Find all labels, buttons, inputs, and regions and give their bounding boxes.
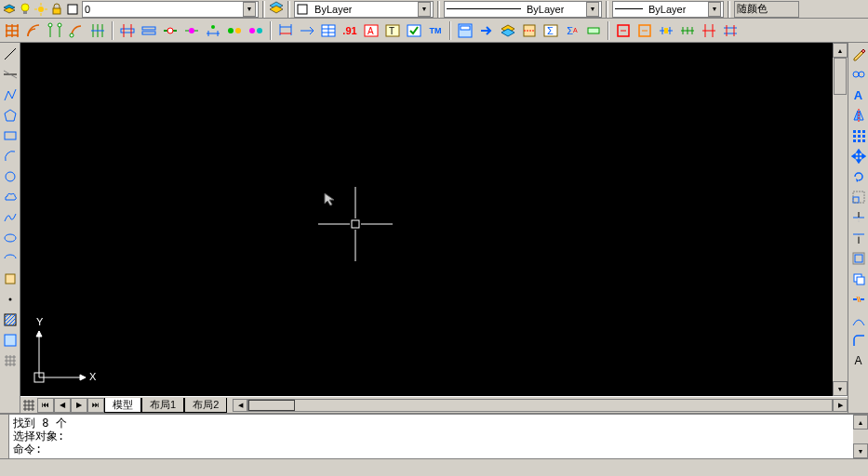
array-icon[interactable] [849,126,868,145]
tb-dim-beam-icon[interactable] [203,20,223,41]
tb-axis-net-icon[interactable] [45,20,65,41]
text-icon[interactable]: A [849,351,868,370]
rotate-icon[interactable] [849,167,868,186]
scroll-up-icon[interactable]: ▲ [833,43,848,58]
sun-icon[interactable] [33,2,48,17]
layer-manager-icon[interactable] [269,0,284,18]
hscroll-track[interactable] [247,399,833,412]
tab-next-icon[interactable]: ▶ [71,398,87,413]
spline-cmd-icon[interactable] [1,208,20,227]
polygon-icon[interactable] [1,106,20,125]
vertical-scrollbar[interactable]: ▲ ▼ [833,43,848,396]
tb-layer-stack-icon[interactable] [498,20,518,41]
tab-prev-icon[interactable]: ◀ [54,398,71,413]
tab-model[interactable]: 模型 [104,398,141,413]
break-icon[interactable] [849,290,868,309]
pline-icon[interactable] [1,86,20,104]
rect-icon[interactable] [1,126,20,145]
tab-last-icon[interactable]: ⏭ [87,398,104,413]
tb-beam-dim-icon[interactable] [720,20,741,41]
grid-small-icon[interactable] [1,351,20,370]
link-icon[interactable] [849,65,868,84]
tb-window-icon[interactable] [455,20,475,41]
tb-beam2-icon[interactable] [139,20,159,41]
cmd-grip-icon[interactable] [0,415,9,458]
tb-text-red-icon[interactable]: A [361,20,381,41]
tb-sigma-a-icon[interactable]: ΣA [562,20,582,41]
color-swatch-icon[interactable] [65,2,80,17]
mirror-icon[interactable] [849,106,868,125]
tb-sum-icon[interactable]: Σ [541,20,561,41]
lock-icon[interactable] [49,2,64,17]
lineweight-dropdown[interactable]: ByLayer ▼ [444,1,602,18]
drawing-canvas[interactable]: X Y [20,43,833,396]
tb-arrow-right-icon[interactable] [476,20,497,41]
scroll-track[interactable] [833,58,848,381]
block-icon[interactable] [1,270,20,288]
tb-wall-join-icon[interactable] [160,20,180,41]
layer-stack-icon[interactable] [2,2,17,17]
scroll-up-icon[interactable]: ▲ [853,415,868,430]
scroll-thumb[interactable] [834,58,847,95]
tb-grid-icon[interactable] [2,20,22,41]
cloud-icon[interactable] [1,188,20,206]
scroll-left-icon[interactable]: ◀ [233,399,247,412]
scroll-down-icon[interactable]: ▼ [853,443,868,458]
tb-arc-grid-icon[interactable] [23,20,44,41]
tab-layout1[interactable]: 布局1 [141,398,184,413]
tb-table-icon[interactable] [318,20,339,41]
scale-icon[interactable] [849,188,868,206]
font-icon[interactable]: A [849,86,868,104]
trim-icon[interactable] [849,208,868,227]
bulb-on-icon[interactable] [18,2,33,17]
tb-section-icon[interactable] [519,20,540,41]
tb-dim-91-icon[interactable]: .91 [340,20,360,41]
line-icon[interactable] [1,45,20,63]
plotstyle-dropdown[interactable]: ByLayer ▼ [612,1,724,18]
hatch-icon[interactable] [1,311,20,329]
tab-first-icon[interactable]: ⏮ [37,398,54,413]
horizontal-scrollbar[interactable]: ◀ ▶ [233,399,848,412]
tb-orange-frame-icon[interactable] [634,20,655,41]
pencil-icon[interactable] [849,45,868,63]
scroll-right-icon[interactable]: ▶ [833,399,848,412]
tb-arc-axis-icon[interactable] [66,20,87,41]
tb-dim-continue-icon[interactable] [297,20,317,41]
tb-rebar2-icon[interactable] [246,20,266,41]
cmd-scrollbar[interactable]: ▲ ▼ [853,415,868,458]
fillet-icon[interactable] [849,331,868,350]
tb-red-frame-icon[interactable] [613,20,634,41]
tb-dim-linear-icon[interactable] [275,20,296,41]
copy-icon[interactable] [849,270,868,288]
color-dropdown[interactable]: 随颜色 [734,1,799,18]
hscroll-thumb[interactable] [248,400,295,411]
circle-icon[interactable] [1,167,20,186]
move-icon[interactable] [849,147,868,165]
grid-toggle-icon[interactable] [20,398,37,413]
point-icon[interactable] [1,290,20,309]
extend-icon[interactable] [849,229,868,247]
tab-layout2[interactable]: 布局2 [184,398,227,413]
tb-rebar1-icon[interactable] [224,20,245,41]
scroll-down-icon[interactable]: ▼ [833,381,848,396]
tb-col-grid-icon[interactable] [87,20,108,41]
offset-icon[interactable] [849,249,868,268]
region-icon[interactable] [1,331,20,350]
linetype-dropdown[interactable]: ByLayer ▼ [294,1,434,18]
arc-cmd-icon[interactable] [1,147,20,165]
tb-text-box-icon[interactable]: T [382,20,403,41]
layer-dropdown[interactable]: 0 ▼ [82,1,259,18]
tb-element-icon[interactable] [583,20,604,41]
tb-beam-icon[interactable] [117,20,138,41]
tb-text-check-icon[interactable] [404,20,424,41]
tb-joint-dim-icon[interactable] [656,20,676,41]
spline-icon[interactable] [849,311,868,329]
tb-dot-join-icon[interactable] [181,20,202,41]
tb-span-dim-icon[interactable] [677,20,698,41]
command-text[interactable]: 找到 8 个 选择对象: 命令: [9,415,853,458]
earc-icon[interactable] [1,249,20,268]
tb-col-dim-icon[interactable] [699,20,719,41]
xline-icon[interactable] [1,65,20,84]
tb-tm-icon[interactable]: TM [425,20,446,41]
ellipse-icon[interactable] [1,229,20,247]
